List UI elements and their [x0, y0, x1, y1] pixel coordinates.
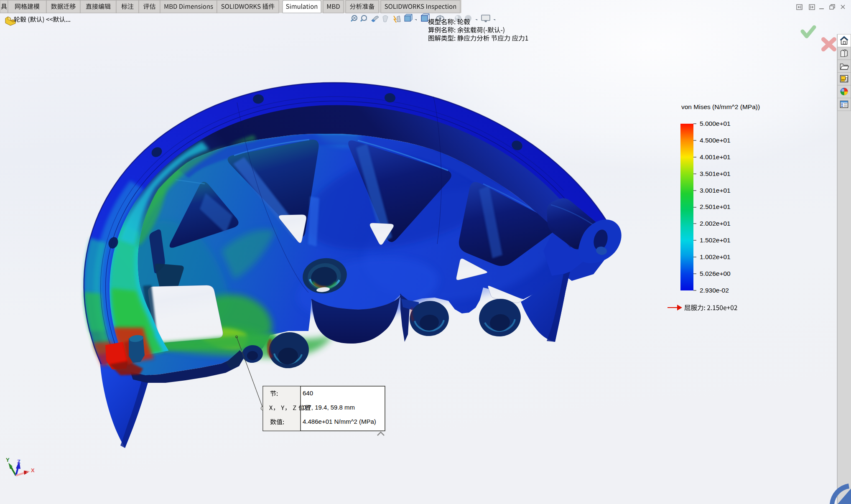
svg-text:Z: Z: [17, 458, 20, 465]
svg-text:2.930e-02: 2.930e-02: [700, 287, 729, 294]
svg-text:640: 640: [303, 389, 313, 397]
svg-text:5.026e+00: 5.026e+00: [700, 270, 731, 277]
svg-text:X: X: [31, 467, 35, 473]
svg-text:4.486e+01 N/mm^2 (MPa): 4.486e+01 N/mm^2 (MPa): [303, 418, 376, 425]
svg-text:4.001e+01: 4.001e+01: [700, 153, 731, 160]
svg-text:3.001e+01: 3.001e+01: [700, 187, 731, 194]
svg-text:3.501e+01: 3.501e+01: [700, 170, 731, 177]
svg-text:Y: Y: [6, 457, 10, 463]
svg-text:2.501e+01: 2.501e+01: [700, 203, 731, 210]
svg-text:von Mises (N/mm^2 (MPa)): von Mises (N/mm^2 (MPa)): [681, 103, 760, 110]
svg-text:5.000e+01: 5.000e+01: [700, 120, 731, 127]
svg-text:2.002e+01: 2.002e+01: [700, 220, 731, 227]
svg-text:0.7, 19.4, 59.8 mm: 0.7, 19.4, 59.8 mm: [303, 404, 355, 411]
svg-text:4.500e+01: 4.500e+01: [700, 137, 731, 144]
svg-text:1.002e+01: 1.002e+01: [700, 253, 731, 260]
svg-text:1.502e+01: 1.502e+01: [700, 237, 731, 244]
